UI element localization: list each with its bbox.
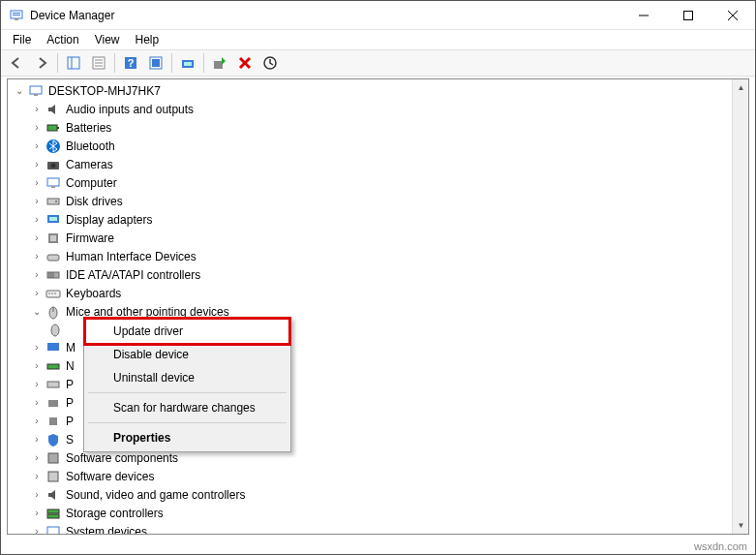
svg-rect-1 (13, 13, 20, 14)
tree-item-bluetooth[interactable]: ›Bluetooth (8, 137, 748, 155)
svg-rect-55 (49, 417, 57, 425)
display-icon (45, 212, 62, 228)
update-driver-button[interactable] (208, 51, 231, 75)
tree-item-hid[interactable]: ›Human Interface Devices (8, 247, 748, 265)
forward-button[interactable] (30, 51, 53, 75)
bluetooth-icon (45, 139, 62, 154)
tree-item-keyboards[interactable]: ›Keyboards (8, 284, 748, 302)
back-button[interactable] (5, 51, 28, 75)
tree-item-storage[interactable]: ›Storage controllers (8, 504, 748, 522)
svg-rect-36 (49, 217, 57, 221)
svg-rect-61 (51, 535, 55, 536)
svg-rect-31 (47, 178, 59, 186)
help-button[interactable]: ? (119, 51, 142, 75)
tree-item-cameras[interactable]: ›Cameras (8, 155, 748, 173)
disk-icon (45, 194, 62, 209)
system-icon (45, 524, 62, 536)
tree-item-computer[interactable]: ›Computer (8, 173, 748, 192)
tree-item-audio[interactable]: ›Audio inputs and outputs (8, 100, 748, 118)
tree-item-firmware[interactable]: ›Firmware (8, 229, 748, 247)
scroll-up-button[interactable]: ▲ (733, 79, 749, 96)
svg-rect-8 (68, 57, 79, 69)
svg-rect-57 (48, 472, 58, 481)
app-icon (9, 8, 24, 23)
expand-icon[interactable]: › (29, 450, 45, 466)
expand-icon[interactable]: › (29, 377, 45, 392)
menu-help[interactable]: Help (128, 31, 167, 48)
svg-rect-3 (15, 18, 18, 20)
tree-root[interactable]: ⌄ DESKTOP-MHJ7HK7 (8, 81, 748, 100)
separator (203, 53, 204, 73)
menu-uninstall-device[interactable]: Uninstall device (86, 366, 288, 389)
svg-rect-20 (214, 61, 223, 69)
menu-update-driver[interactable]: Update driver (86, 320, 288, 343)
svg-point-50 (51, 324, 59, 336)
menu-properties[interactable]: Properties (86, 426, 288, 449)
expand-icon[interactable]: › (29, 194, 45, 209)
scrollbar[interactable]: ▲ ▼ (732, 79, 748, 534)
expand-icon[interactable]: › (29, 139, 45, 154)
tree-item-sound[interactable]: ›Sound, video and game controllers (8, 485, 748, 504)
menu-view[interactable]: View (87, 31, 128, 48)
uninstall-button[interactable] (233, 51, 257, 75)
menu-file[interactable]: File (5, 31, 39, 48)
mouse-icon (46, 322, 64, 337)
svg-rect-51 (47, 343, 59, 351)
enable-button[interactable] (258, 51, 282, 75)
close-button[interactable] (711, 1, 755, 30)
expand-icon[interactable]: › (29, 267, 45, 283)
expand-icon[interactable]: › (29, 506, 45, 521)
scan-hardware-button[interactable] (176, 51, 199, 75)
expand-icon[interactable]: › (29, 432, 45, 447)
expand-icon[interactable]: › (29, 175, 45, 191)
tree-item-software-dev[interactable]: ›Software devices (8, 467, 748, 485)
show-hide-tree-button[interactable] (62, 51, 85, 75)
tree-item-system[interactable]: ›System devices (8, 522, 748, 535)
menu-scan-hardware[interactable]: Scan for hardware changes (86, 396, 288, 419)
expand-icon[interactable]: › (29, 395, 45, 411)
keyboard-icon (45, 286, 62, 301)
menu-disable-device[interactable]: Disable device (86, 343, 288, 366)
expand-icon[interactable]: › (29, 157, 45, 172)
monitor-icon (45, 340, 62, 355)
expand-icon[interactable]: › (29, 469, 45, 484)
svg-rect-44 (46, 291, 60, 297)
separator (88, 422, 287, 423)
mouse-icon (45, 304, 62, 320)
menu-action[interactable]: Action (39, 31, 86, 48)
properties-button[interactable] (87, 51, 110, 75)
tree-item-disk-drives[interactable]: ›Disk drives (8, 192, 748, 210)
tree-item-display[interactable]: ›Display adapters (8, 210, 748, 229)
expand-icon[interactable]: › (29, 358, 45, 374)
expand-icon[interactable]: › (29, 249, 45, 264)
sound-icon (45, 487, 62, 503)
svg-text:?: ? (128, 57, 135, 69)
battery-icon (45, 120, 62, 136)
tree-item-ide[interactable]: ›IDE ATA/ATAPI controllers (8, 265, 748, 284)
action-button[interactable] (144, 51, 167, 75)
expand-icon[interactable]: › (29, 524, 45, 536)
svg-rect-54 (48, 400, 58, 407)
storage-icon (45, 506, 62, 521)
svg-rect-32 (51, 186, 55, 188)
expand-icon[interactable]: › (29, 340, 45, 355)
computer-icon (27, 83, 45, 99)
collapse-icon[interactable]: ⌄ (29, 304, 45, 320)
printer-icon (45, 395, 62, 411)
minimize-button[interactable] (621, 1, 666, 30)
separator (88, 392, 287, 393)
expand-icon[interactable]: › (29, 212, 45, 228)
expand-icon[interactable]: › (29, 120, 45, 136)
expand-icon[interactable]: › (29, 102, 45, 117)
expand-icon[interactable]: › (29, 231, 45, 246)
svg-rect-27 (57, 127, 59, 129)
collapse-icon[interactable]: ⌄ (12, 83, 27, 99)
svg-point-46 (51, 293, 53, 294)
tree-item-batteries[interactable]: ›Batteries (8, 118, 748, 137)
scroll-down-button[interactable]: ▼ (733, 517, 749, 534)
maximize-button[interactable] (666, 1, 711, 30)
camera-icon (45, 157, 62, 172)
expand-icon[interactable]: › (29, 286, 45, 301)
expand-icon[interactable]: › (29, 414, 45, 429)
expand-icon[interactable]: › (29, 487, 45, 503)
